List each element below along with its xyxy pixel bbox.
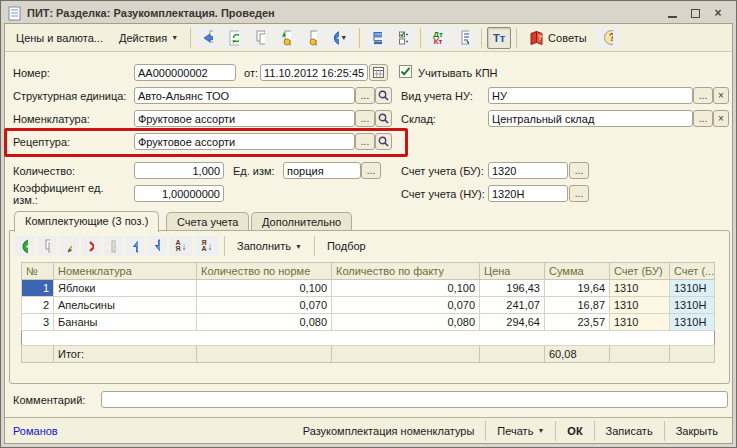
add-row-button[interactable] xyxy=(15,236,35,256)
minimize-button[interactable] xyxy=(665,6,679,20)
close-form-button[interactable]: Закрыть xyxy=(670,423,724,439)
ok-button[interactable]: ОК xyxy=(561,423,588,439)
account-nu-select-button[interactable]: ... xyxy=(569,185,589,202)
unit-input[interactable] xyxy=(283,162,361,179)
add-icon xyxy=(22,239,28,254)
nomenclature-input[interactable] xyxy=(134,110,355,127)
sum-cell[interactable]: 16,87 xyxy=(545,297,610,314)
ellipsis-icon: ... xyxy=(367,164,375,177)
structural-unit-input[interactable] xyxy=(134,87,355,104)
prices-currency-button[interactable]: Цены и валюта... xyxy=(9,27,110,49)
acc-nu-cell[interactable]: 1310Н xyxy=(670,314,715,331)
chevron-down-icon: ▼ xyxy=(537,427,544,434)
svg-text:?: ? xyxy=(538,33,542,40)
row-num-cell[interactable]: 3 xyxy=(22,314,54,331)
account-bu-select-button[interactable]: ... xyxy=(569,162,589,179)
recipe-input[interactable] xyxy=(134,133,355,150)
main-toolbar: Цены и валюта... Действия ▼ xyxy=(5,24,732,52)
calendar-button[interactable] xyxy=(369,64,388,81)
document-report-button[interactable] xyxy=(452,27,476,49)
document-checklist-button[interactable] xyxy=(391,27,415,49)
acc-bu-cell[interactable]: 1310 xyxy=(610,297,670,314)
footer-bar: Романов Разукомплектация номенклатуры Пе… xyxy=(5,417,732,443)
copy-row-button[interactable] xyxy=(37,236,57,256)
move-down-button[interactable] xyxy=(147,236,167,256)
acc-nu-cell[interactable]: 1310Н xyxy=(670,297,715,314)
copy-document-button[interactable] xyxy=(248,27,272,49)
move-up-button[interactable] xyxy=(125,236,145,256)
row-num-cell[interactable]: 1 xyxy=(22,280,54,297)
acc-bu-cell[interactable]: 1310 xyxy=(610,314,670,331)
nu-account-type-select-button[interactable]: ... xyxy=(693,87,713,104)
recipe-open-button[interactable] xyxy=(375,133,392,150)
acc-nu-cell[interactable]: 1310Н xyxy=(670,280,715,297)
warehouse-input[interactable] xyxy=(488,110,693,127)
go-to-button[interactable]: ▼ xyxy=(326,27,354,49)
price-cell[interactable]: 241,07 xyxy=(480,297,545,314)
author-link[interactable]: Романов xyxy=(13,425,58,437)
arrow-up-icon xyxy=(132,239,138,253)
qty-norm-cell[interactable]: 0,100 xyxy=(197,280,332,297)
comment-input[interactable] xyxy=(101,391,728,408)
sum-cell[interactable]: 23,57 xyxy=(545,314,610,331)
actions-button[interactable]: Действия ▼ xyxy=(112,27,185,49)
delete-row-button[interactable] xyxy=(81,236,101,256)
edit-row-button[interactable] xyxy=(59,236,79,256)
post-document-button[interactable] xyxy=(196,27,220,49)
maximize-button[interactable] xyxy=(688,6,702,20)
tab-additional[interactable]: Дополнительно xyxy=(251,212,352,231)
qty-fact-cell[interactable]: 0,100 xyxy=(332,280,480,297)
sum-cell[interactable]: 19,64 xyxy=(545,280,610,297)
doc-type-button[interactable]: Разукомплектация номенклатуры xyxy=(297,423,481,439)
number-input[interactable] xyxy=(134,64,236,81)
date-input[interactable] xyxy=(260,64,368,81)
unit-select-button[interactable]: ... xyxy=(361,162,381,179)
price-cell[interactable]: 196,43 xyxy=(480,280,545,297)
quantity-input[interactable] xyxy=(134,162,224,179)
qty-fact-cell[interactable]: 0,070 xyxy=(332,297,480,314)
save-button[interactable]: Записать xyxy=(600,423,659,439)
close-button[interactable]: × xyxy=(711,6,725,20)
qty-norm-cell[interactable]: 0,080 xyxy=(197,314,332,331)
tab-components[interactable]: Комплектующие (3 поз.) xyxy=(14,211,159,232)
warehouse-select-button[interactable]: ... xyxy=(693,110,713,127)
account-bu-input[interactable] xyxy=(488,162,568,179)
coefficient-input[interactable] xyxy=(134,185,224,202)
sort-descending-button[interactable]: ЯА ↓ xyxy=(195,236,219,256)
dt-kt-button[interactable]: Дт Кт xyxy=(426,27,450,49)
refresh-button[interactable] xyxy=(222,27,246,49)
warehouse-clear-button[interactable]: × xyxy=(713,110,729,127)
fill-button[interactable]: Заполнить ▼ xyxy=(230,236,309,256)
text-display-toggle-button[interactable]: Тт xyxy=(487,27,511,49)
entries-out-button[interactable] xyxy=(300,27,324,49)
account-nu-input[interactable] xyxy=(488,185,568,202)
print-button[interactable]: Печать ▼ xyxy=(491,423,550,439)
recipe-select-button[interactable]: ... xyxy=(355,133,375,150)
structural-unit-open-button[interactable] xyxy=(375,87,392,104)
nomenclature-cell[interactable]: Апельсины xyxy=(54,297,197,314)
kpn-checkbox[interactable] xyxy=(399,65,412,78)
qty-fact-cell[interactable]: 0,080 xyxy=(332,314,480,331)
nomenclature-open-button[interactable] xyxy=(375,110,392,127)
entries-in-button[interactable] xyxy=(274,27,298,49)
nomenclature-select-button[interactable]: ... xyxy=(355,110,375,127)
document-structure-button[interactable] xyxy=(365,27,389,49)
svg-text:?: ? xyxy=(609,32,613,43)
nu-account-type-clear-button[interactable]: × xyxy=(713,87,729,104)
nomenclature-cell[interactable]: Бананы xyxy=(54,314,197,331)
structural-unit-select-button[interactable]: ... xyxy=(355,87,375,104)
acc-bu-cell[interactable]: 1310 xyxy=(610,280,670,297)
sort-ascending-button[interactable]: АЯ ↓ xyxy=(169,236,193,256)
nu-account-type-input[interactable] xyxy=(488,87,693,104)
end-edit-button-disabled[interactable] xyxy=(103,236,123,256)
help-button[interactable]: ? xyxy=(596,27,620,49)
nomenclature-cell[interactable]: Яблоки xyxy=(54,280,197,297)
row-num-cell[interactable]: 2 xyxy=(22,297,54,314)
price-cell[interactable]: 294,64 xyxy=(480,314,545,331)
minimize-icon xyxy=(668,9,677,18)
advice-button[interactable]: ? Советы xyxy=(522,27,593,49)
tab-accounts[interactable]: Счета учета xyxy=(166,212,249,231)
qty-norm-cell[interactable]: 0,070 xyxy=(197,297,332,314)
pick-button[interactable]: Подбор xyxy=(320,236,373,256)
copy-row-icon xyxy=(44,239,50,254)
